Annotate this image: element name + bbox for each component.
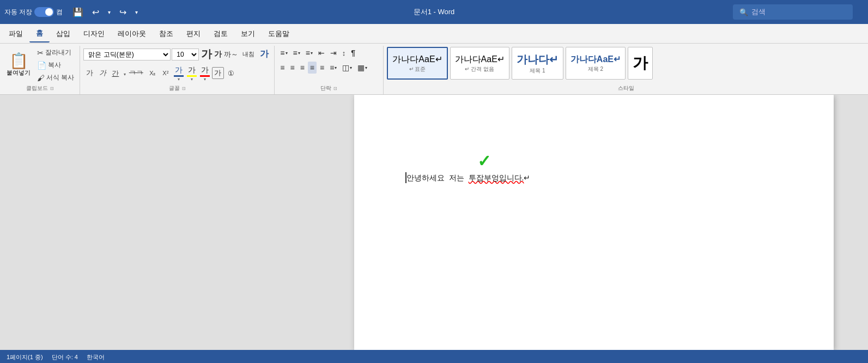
menu-item-design[interactable]: 디자인 [77, 26, 111, 42]
highlight-dropdown[interactable]: ▾ [191, 77, 193, 82]
justify-button[interactable]: ≡ [308, 62, 317, 74]
style-card-heading2[interactable]: 가나다AaE↵ 제목 2 [566, 47, 626, 80]
multilevel-button[interactable]: ≡▾ [304, 47, 315, 59]
distributed-button[interactable]: ≡ [318, 62, 326, 74]
undo-dropdown-button[interactable]: ▾ [105, 7, 114, 17]
font-group: 맑은 고딕(본문) 10 가 가 까～ 내침 가 가 가 간 ▾ [80, 46, 275, 94]
cut-label: 잘라내기 [45, 48, 71, 57]
clipboard-expand-icon[interactable]: ⊡ [50, 86, 54, 91]
clipboard-content: 📋 붙여넣기 ✂ 잘라내기 📄 복사 🖌 서식 복사 [3, 47, 76, 83]
menu-item-insert[interactable]: 삽입 [50, 26, 77, 42]
redo-button[interactable]: ↪ [116, 5, 130, 20]
format-paint-button[interactable]: 🖌 서식 복사 [35, 72, 76, 83]
paste-label: 붙여넣기 [7, 69, 31, 77]
decrease-indent-button[interactable]: ⇤ [316, 47, 327, 59]
menu-item-mailings[interactable]: 편지 [180, 26, 207, 42]
menu-item-home[interactable]: 홈 [29, 25, 50, 43]
ribbon: 📋 붙여넣기 ✂ 잘라내기 📄 복사 🖌 서식 복사 클립보드 [0, 44, 868, 95]
style-preview-heading2: 가나다AaE↵ [570, 54, 621, 65]
font-row2: 가 가 간 ▾ ㅋㅋ X₂ X² 가 ▾ 가 ▾ [83, 64, 236, 82]
menu-item-view[interactable]: 보기 [234, 26, 262, 42]
shrink-font-button[interactable]: 가 [213, 50, 223, 59]
cut-button[interactable]: ✂ 잘라내기 [35, 47, 76, 58]
align-left-button[interactable]: ≡ [278, 62, 287, 74]
menu-item-review[interactable]: 검토 [207, 26, 234, 42]
font-row1: 맑은 고딕(본문) 10 가 가 까～ 내침 가 [83, 47, 271, 62]
bullets-button[interactable]: ≡▾ [278, 47, 289, 59]
font-color-button[interactable]: 가 ▾ [173, 64, 185, 82]
menu-item-references[interactable]: 참조 [153, 26, 180, 42]
italic-button[interactable]: 가 [96, 67, 108, 79]
autosave-toggle[interactable] [34, 7, 54, 17]
highlight-button[interactable]: 가 ▾ [186, 64, 198, 82]
cut-icon: ✂ [37, 49, 44, 57]
squiggle-text: 투잡부엉입니다. [469, 173, 524, 182]
copy-button[interactable]: 📄 복사 [35, 59, 76, 71]
style-card-heading1[interactable]: 가나다↵ 제목 1 [512, 47, 563, 80]
char-shade-dropdown[interactable]: ▾ [204, 77, 206, 82]
left-margin [0, 95, 354, 350]
clear-format-button[interactable]: 내침 [240, 49, 257, 59]
paragraph-content: ≡▾ ≡▾ ≡▾ ⇤ ⇥ ↕ ¶ ≡ ≡ ≡ ≡ ≡ [278, 47, 380, 83]
borders-button[interactable]: ▦▾ [355, 62, 369, 74]
font-expand-icon[interactable]: ⊡ [182, 86, 186, 91]
language: 한국어 [87, 353, 105, 361]
quick-access-more-button[interactable]: ▾ [132, 7, 141, 17]
grow-shrink: 가 가 까～ [200, 47, 239, 62]
document-area: ✓ 안녕하세요 저는 투잡부엉입니다.↵ [0, 95, 868, 350]
show-marks-button[interactable]: ¶ [349, 47, 357, 59]
title-bar: 자동 저장 켬 💾 ↩ ▾ ↪ ▾ 문서1 - Word 🔍 검색 [0, 0, 868, 24]
style-label-heading1: 제목 1 [530, 67, 545, 75]
search-bar[interactable]: 🔍 검색 [733, 4, 853, 20]
grow-font-button[interactable]: 가 [200, 47, 213, 62]
menu-item-help[interactable]: 도움말 [262, 26, 296, 42]
para-row1: ≡▾ ≡▾ ≡▾ ⇤ ⇥ ↕ ¶ [278, 47, 357, 59]
char-shade-button[interactable]: 가 ▾ [199, 64, 211, 82]
text-effect-button[interactable]: 가 [258, 47, 271, 61]
numbering-button[interactable]: ≡▾ [291, 47, 302, 59]
document-page[interactable]: ✓ 안녕하세요 저는 투잡부엉입니다.↵ [354, 95, 834, 350]
font-name-select[interactable]: 맑은 고딕(본문) [83, 49, 171, 60]
document-content[interactable]: ✓ 안녕하세요 저는 투잡부엉입니다.↵ [406, 171, 781, 185]
line-spacing-button[interactable]: ≡▾ [327, 62, 339, 74]
align-right-button[interactable]: ≡ [298, 62, 307, 74]
font-size-select[interactable]: 10 [172, 49, 199, 60]
change-case-button[interactable]: 까～ [223, 50, 239, 59]
superscript-button[interactable]: X² [160, 69, 172, 77]
style-card-normal[interactable]: 가나다AaE↵ ↵ 표준 [387, 47, 447, 80]
increase-indent-button[interactable]: ⇥ [328, 47, 339, 59]
menu-item-layout[interactable]: 레이아웃 [111, 26, 153, 42]
spell-check-mark: ✓ [477, 152, 491, 171]
style-card-more[interactable]: 가 [628, 47, 653, 80]
paragraph-expand-icon[interactable]: ⊡ [333, 86, 337, 91]
toggle-knob [45, 8, 53, 16]
subscript-button[interactable]: X₂ [147, 69, 159, 78]
menu-item-file[interactable]: 파일 [2, 26, 29, 42]
menu-bar: 파일 홈 삽입 디자인 레이아웃 참조 편지 검토 보기 도움말 [0, 24, 868, 44]
circle-char-button[interactable]: ① [225, 68, 237, 78]
style-label-normal: ↵ 표준 [409, 65, 426, 73]
paste-button[interactable]: 📋 붙여넣기 [3, 51, 34, 79]
style-card-nospace[interactable]: 가나다AaE↵ ↵ 간격 없음 [450, 47, 509, 80]
style-label-heading2: 제목 2 [588, 65, 603, 73]
sort-button[interactable]: ↕ [340, 47, 348, 59]
shading-button[interactable]: ◫▾ [340, 62, 354, 74]
save-button[interactable]: 💾 [69, 5, 87, 20]
document-text[interactable]: 안녕하세요 저는 투잡부엉입니다.↵ [406, 171, 781, 185]
search-icon: 🔍 [739, 8, 748, 16]
char-border-button[interactable]: 가 [212, 67, 224, 79]
paragraph-group-label: 단락 ⊡ [278, 83, 380, 93]
strikethrough-button[interactable]: ㅋㅋ [127, 67, 145, 79]
font-group-label: 글꼴 ⊡ [83, 83, 271, 93]
underline-button[interactable]: 간 ▾ [110, 68, 125, 78]
underline-dropdown[interactable]: ▾ [124, 72, 126, 77]
undo-button[interactable]: ↩ [89, 5, 102, 20]
font-color-dropdown[interactable]: ▾ [178, 77, 180, 82]
bold-button[interactable]: 가 [83, 67, 95, 79]
clipboard-group: 📋 붙여넣기 ✂ 잘라내기 📄 복사 🖌 서식 복사 클립보드 [0, 46, 80, 94]
status-bar: 1페이지(1 중) 단어 수: 4 한국어 [0, 350, 868, 363]
autosave-on-label: 켬 [56, 8, 63, 17]
format-paint-icon: 🖌 [37, 74, 45, 82]
autosave-label: 자동 저장 [4, 8, 32, 17]
align-center-button[interactable]: ≡ [288, 62, 297, 74]
